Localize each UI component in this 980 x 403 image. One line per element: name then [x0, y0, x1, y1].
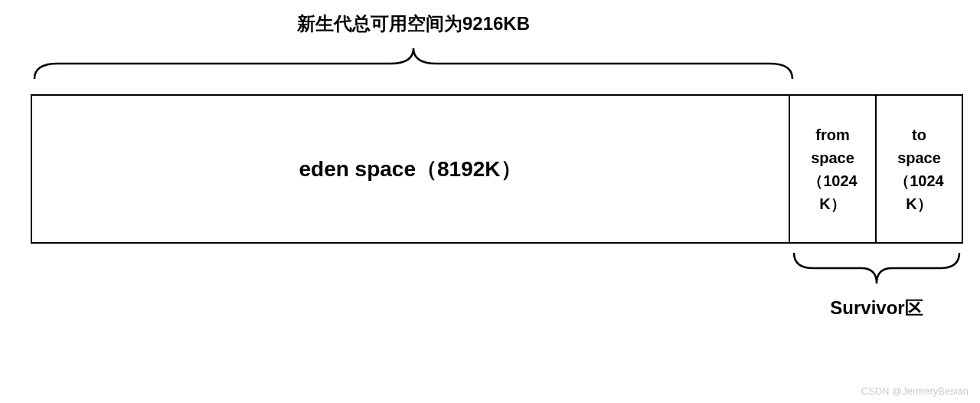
memory-row: eden space（8192K） from space （1024 K） to…	[31, 94, 965, 244]
to-line1: to	[912, 123, 926, 146]
from-line3: （1024	[808, 169, 858, 192]
top-brace-icon	[31, 42, 796, 80]
to-space-box: to space （1024 K）	[877, 94, 963, 244]
survivor-label: Survivor区	[790, 296, 963, 320]
from-space-box: from space （1024 K）	[790, 94, 877, 244]
to-line2: space	[897, 146, 941, 169]
to-line3: （1024	[894, 169, 944, 192]
from-line2: space	[811, 146, 854, 169]
memory-rows-wrapper: eden space（8192K） from space （1024 K） to…	[31, 94, 965, 244]
diagram-container: 新生代总可用空间为9216KB eden space（8192K） from s…	[31, 11, 965, 244]
from-line1: from	[815, 123, 849, 146]
bottom-brace-icon	[790, 251, 963, 290]
to-line4: K）	[906, 192, 932, 215]
watermark-text: CSDN @JermeryBesian	[861, 385, 969, 397]
from-line4: K）	[819, 192, 845, 215]
eden-space-box: eden space（8192K）	[31, 94, 790, 244]
eden-label: eden space（8192K）	[299, 155, 521, 184]
survivor-brace-area: Survivor区	[790, 244, 963, 320]
young-gen-total-label: 新生代总可用空间为9216KB	[31, 11, 965, 36]
